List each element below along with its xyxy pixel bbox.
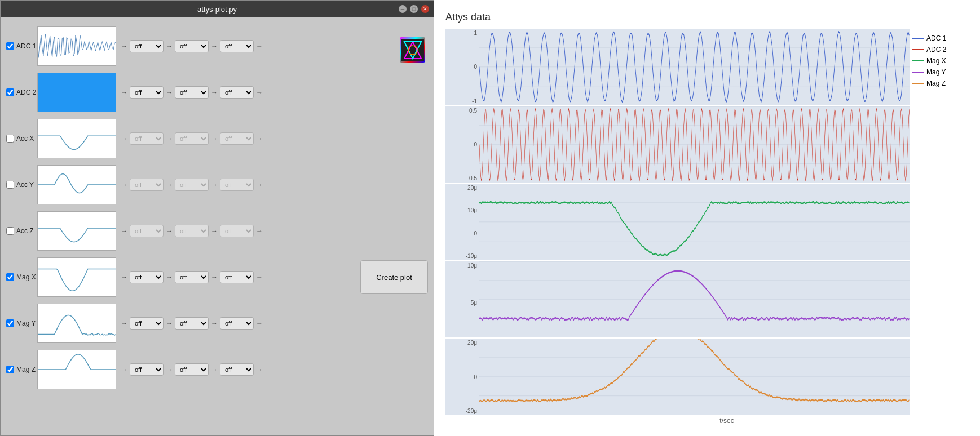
svg-rect-4 <box>38 73 116 112</box>
filter-hp-magx[interactable]: off50Hz60Hz <box>175 271 209 283</box>
filter-hp-magy[interactable]: off50Hz60Hz <box>175 317 209 330</box>
subchart-content <box>479 106 910 183</box>
channel-label-adc1: ADC 1 <box>6 42 37 50</box>
channel-label-adc2: ADC 2 <box>6 88 37 96</box>
legend-label: Mag Z <box>926 79 946 87</box>
channel-plot-adc1 <box>37 26 116 66</box>
y-tick-label: 20μ <box>467 185 477 191</box>
channel-checkbox-magz[interactable] <box>6 366 14 373</box>
filter-chain-adc1: →off50Hz60Hz→off50Hz60Hz→off50Hz60Hz→ <box>121 40 428 52</box>
filter-bs-magx[interactable]: off50Hz60Hz <box>130 271 164 283</box>
y-tick-label: 5μ <box>471 300 477 306</box>
close-button[interactable]: ✕ <box>421 5 429 13</box>
subchart-4: 20μ0-20μ <box>445 339 910 415</box>
channel-checkbox-accx[interactable] <box>6 135 14 143</box>
create-plot-button[interactable]: Create plot <box>360 260 428 294</box>
y-tick-label: 20μ <box>467 340 477 346</box>
channel-checkbox-accy[interactable] <box>6 181 14 189</box>
filter-bs-magy[interactable]: off50Hz60Hz <box>130 317 164 330</box>
minimize-button[interactable]: ─ <box>399 5 407 13</box>
channel-label-accy: Acc Y <box>6 181 37 189</box>
arrow-indicator: → <box>256 366 263 373</box>
legend-item-mag-z: Mag Z <box>912 79 969 87</box>
filter-lp-adc2[interactable]: off50Hz60Hz <box>220 86 254 99</box>
arrow-indicator: → <box>121 181 127 189</box>
arrow-indicator: → <box>256 273 263 281</box>
channel-checkbox-accz[interactable] <box>6 227 14 235</box>
arrow-indicator: → <box>121 227 127 235</box>
filter-bs-adc2[interactable]: off50Hz60Hz <box>130 86 164 99</box>
arrow-indicator: → <box>256 181 263 189</box>
y-axis-labels: 20μ10μ0-10μ <box>445 184 479 260</box>
channel-row-adc2: ADC 2→off50Hz60Hz→off50Hz60Hz→off50Hz60H… <box>6 69 428 115</box>
y-axis-labels: 10-1 <box>445 29 479 105</box>
legend-area: ADC 1ADC 2Mag XMag YMag Z <box>912 29 969 415</box>
arrow-indicator: → <box>166 273 173 281</box>
legend-label: ADC 1 <box>926 34 946 42</box>
filter-lp-adc1[interactable]: off50Hz60Hz <box>220 40 254 52</box>
arrow-indicator: → <box>121 88 127 96</box>
channel-label-magy: Mag Y <box>6 319 37 327</box>
y-tick-label: 10μ <box>467 263 477 269</box>
arrow-indicator: → <box>211 366 218 373</box>
arrow-indicator: → <box>256 227 263 235</box>
arrow-indicator: → <box>211 273 218 281</box>
arrow-indicator: → <box>211 181 218 189</box>
channel-name-magy: Mag Y <box>16 319 36 327</box>
filter-lp-magy[interactable]: off50Hz60Hz <box>220 317 254 330</box>
arrow-indicator: → <box>166 42 173 50</box>
legend-label: Mag X <box>926 57 946 65</box>
subchart-2: 20μ10μ0-10μ <box>445 184 910 260</box>
filter-lp-magz[interactable]: off50Hz60Hz <box>220 363 254 376</box>
arrow-indicator: → <box>166 135 173 143</box>
filter-hp-adc2[interactable]: off50Hz60Hz <box>175 86 209 99</box>
channel-name-adc1: ADC 1 <box>16 42 36 50</box>
filter-chain-accz: →off50Hz60Hz→off50Hz60Hz→off50Hz60Hz→ <box>121 225 428 237</box>
filter-lp-accy: off50Hz60Hz <box>220 179 254 191</box>
chart-area: 10-10.50-0.520μ10μ0-10μ10μ5μ20μ0-20μ ADC… <box>445 29 969 415</box>
chart-title: Attys data <box>445 11 969 23</box>
legend-item-adc-1: ADC 1 <box>912 34 969 42</box>
legend-color-bar <box>912 60 924 61</box>
filter-bs-magz[interactable]: off50Hz60Hz <box>130 363 164 376</box>
channel-plot-magx <box>37 257 116 297</box>
channel-plot-accz <box>37 211 116 251</box>
legend-label: ADC 2 <box>926 46 946 54</box>
channel-label-magx: Mag X <box>6 273 37 281</box>
subchart-content <box>479 261 910 338</box>
legend-color-bar <box>912 72 924 73</box>
arrow-indicator: → <box>166 319 173 327</box>
y-axis-labels: 20μ0-20μ <box>445 339 479 415</box>
arrow-indicator: → <box>121 42 127 50</box>
channel-checkbox-adc2[interactable] <box>6 88 14 96</box>
charts-container: 10-10.50-0.520μ10μ0-10μ10μ5μ20μ0-20μ <box>445 29 910 415</box>
y-tick-label: 10μ <box>467 207 477 213</box>
legend-item-mag-x: Mag X <box>912 57 969 65</box>
legend-color-bar <box>912 83 924 84</box>
maximize-button[interactable]: □ <box>410 5 418 13</box>
filter-lp-magx[interactable]: off50Hz60Hz <box>220 271 254 283</box>
y-tick-label: 1 <box>474 30 477 36</box>
channel-checkbox-magx[interactable] <box>6 273 14 281</box>
filter-chain-magz: →off50Hz60Hz→off50Hz60Hz→off50Hz60Hz→ <box>121 363 428 376</box>
arrow-indicator: → <box>256 319 263 327</box>
y-axis-labels: 0.50-0.5 <box>445 106 479 183</box>
channel-checkbox-adc1[interactable] <box>6 42 14 50</box>
filter-hp-accz: off50Hz60Hz <box>175 225 209 237</box>
subchart-content <box>479 184 910 260</box>
filter-chain-accy: →off50Hz60Hz→off50Hz60Hz→off50Hz60Hz→ <box>121 179 428 191</box>
channel-plot-accy <box>37 165 116 204</box>
channel-checkbox-magy[interactable] <box>6 319 14 327</box>
channel-list: ADC 1→off50Hz60Hz→off50Hz60Hz→off50Hz60H… <box>1 17 434 435</box>
channel-row-magz: Mag Z→off50Hz60Hz→off50Hz60Hz→off50Hz60H… <box>6 346 428 393</box>
channel-row-adc1: ADC 1→off50Hz60Hz→off50Hz60Hz→off50Hz60H… <box>6 23 428 69</box>
filter-bs-accx: off50Hz60Hz <box>130 132 164 145</box>
channel-name-accy: Acc Y <box>16 181 34 189</box>
filter-hp-magz[interactable]: off50Hz60Hz <box>175 363 209 376</box>
filter-lp-accz: off50Hz60Hz <box>220 225 254 237</box>
channel-name-accz: Acc Z <box>16 227 34 235</box>
filter-hp-adc1[interactable]: off50Hz60Hz <box>175 40 209 52</box>
arrow-indicator: → <box>211 319 218 327</box>
arrow-indicator: → <box>166 366 173 373</box>
filter-bs-adc1[interactable]: off50Hz60Hz <box>130 40 164 52</box>
